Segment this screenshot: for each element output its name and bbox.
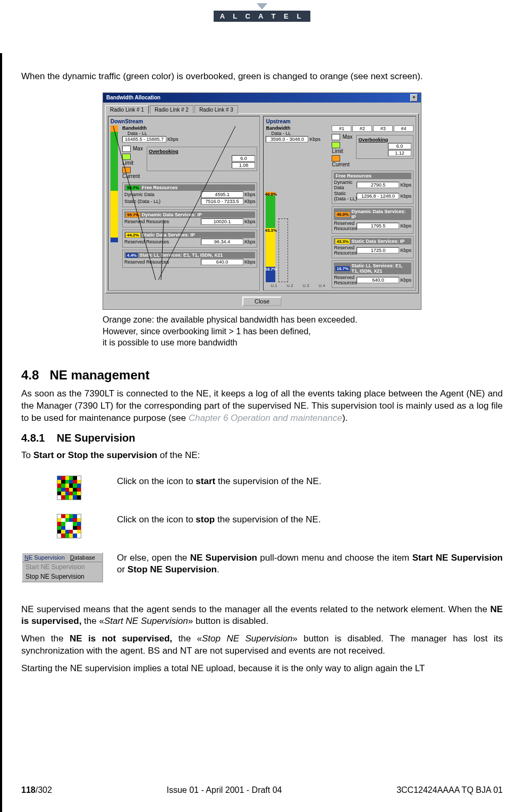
ds-sds-pct: 44.2% <box>126 233 140 238</box>
tab-panel: DownStream Bandwidth Data - LL 16485.5 -… <box>105 113 419 293</box>
sec-para-b: ). <box>342 413 348 423</box>
m-g: . <box>217 564 219 574</box>
m-c: pull-down menu and choose the item <box>257 553 412 563</box>
us-blue-pct: 16.7% <box>265 267 277 272</box>
ds-dyn-unit: Kbps <box>244 192 256 197</box>
ds-dds-val: 10020.1 <box>201 218 243 225</box>
p3c: the « <box>172 633 202 644</box>
ds-dds: 55.7%Dynamic Data Services: IP Reserved … <box>122 209 257 227</box>
us-ob-max: Max <box>342 134 352 140</box>
chapter-reference: Chapter 6 Operation and maintenance <box>189 413 342 423</box>
ds-static-label: Static (Data - LL) <box>124 199 201 204</box>
us-dds-label: Reserved Resources <box>334 221 357 231</box>
ds-sds: 44.2%Static Data Services: IP Reserved R… <box>122 230 257 248</box>
window-titlebar: Bandwidth Allocation × <box>103 93 421 103</box>
us-ob-limit-label: Limit <box>332 148 343 154</box>
p3a: When the <box>21 633 70 644</box>
close-button[interactable]: Close <box>242 297 282 306</box>
p3d: Stop NE Supervision <box>202 633 292 644</box>
us-sls-label: Reserved Resources <box>334 275 357 285</box>
ds-dds-title: Dynamic Data Services: IP <box>142 212 202 217</box>
brand-logo: A L C A T E L <box>21 0 503 22</box>
us-sds-val: 1725.0 <box>357 247 399 253</box>
window-title: Bandwidth Allocation <box>106 95 160 100</box>
logo-triangle-icon <box>257 3 267 10</box>
para-not-supervised: When the NE is not supervised, the «Stop… <box>21 633 503 657</box>
p3b: NE is not supervised, <box>70 633 172 644</box>
us-static-unit: Kbps <box>400 193 411 199</box>
section-heading: 4.8 NE management <box>21 368 503 383</box>
ds-unit: Kbps <box>167 137 179 142</box>
downstream-panel: DownStream Bandwidth Data - LL 16485.5 -… <box>108 116 260 291</box>
us-sls-pct: 16.7% <box>335 266 350 271</box>
us-ulabels: U.1 U.2 U.3 U.4 <box>266 283 329 288</box>
stop-icon-text: Click on the icon to stop the supervisio… <box>117 514 503 526</box>
upstream-title: Upstream <box>266 119 413 124</box>
ds-ob-current: 1.08 <box>232 162 255 168</box>
ds-sds-label: Reserved Resources <box>124 239 201 244</box>
ds-sls-label: Reserved Resources <box>124 259 201 265</box>
section-number: 4.8 <box>21 368 39 382</box>
us-dds-title: Dynamic Data Services: IP <box>351 209 410 219</box>
ds-ob-current-label: Current <box>122 173 140 179</box>
tab-radio-link-1[interactable]: Radio Link # 1 <box>105 105 149 114</box>
page-number: 118/302 <box>21 785 52 795</box>
i2a: Click on the icon to <box>117 514 196 525</box>
us-orange-pct: 43.3% <box>265 228 277 233</box>
menu-bar-database[interactable]: Database <box>70 554 95 561</box>
ss-post: of the NE: <box>157 450 200 460</box>
ds-sds-title: Static Data Services: IP <box>142 232 195 238</box>
ulabel-3: U.3 <box>302 283 309 288</box>
ds-bandwidth-label: Bandwidth <box>122 125 257 131</box>
us-header-row: #1 #2 #3 #4 <box>332 125 413 132</box>
start-stop-line: To Start or Stop the supervision of the … <box>21 450 503 462</box>
p2d: Start NE Supervision <box>104 616 188 626</box>
ds-static-unit: Kbps <box>244 199 256 204</box>
ds-data-value: 16485.5 - 15885.7 <box>122 136 166 142</box>
para-supervised: NE supervised means that the agent sends… <box>21 604 503 628</box>
p2a: NE supervised means that the agent sends… <box>21 604 490 614</box>
window-close-icon[interactable]: × <box>410 94 418 102</box>
us-hdr-1: #1 <box>332 125 351 132</box>
ss-pre: To <box>21 450 33 460</box>
ds-ob-limit-label: Limit <box>122 160 133 166</box>
m-d: Start NE Supervision <box>412 553 503 563</box>
page-total: /302 <box>36 785 52 794</box>
us-overbooking-title: Overbooking <box>358 137 411 142</box>
us-dds-unit: Kbps <box>400 223 411 229</box>
ds-dyn-label: Dynamic Data <box>124 192 201 197</box>
ds-sls: 4.4%Static LL Services: E1, T1, ISDN, X2… <box>122 250 257 268</box>
menu-instruction-text: Or else, open the NE Supervision pull-do… <box>117 552 503 577</box>
us-static-val: 1296.8 - 1248.0 <box>357 193 399 199</box>
us-ob-limit: 6.0 <box>388 143 411 149</box>
ds-static-val: 7516.0 - 7233.5 <box>201 198 243 205</box>
ds-sls-val: 640.0 <box>201 259 243 265</box>
i1b: start <box>196 476 215 486</box>
us-unit: Kbps <box>309 137 320 142</box>
us-data-value: 3598.0 - 3048.0 <box>266 136 308 142</box>
subsection-number: 4.8.1 <box>21 432 45 444</box>
us-sls-title: Static LL Services: E1, T1, ISDN, X21 <box>351 263 410 274</box>
menu-bar-ne-supervision[interactable]: NNE SupervisionE Supervision <box>24 554 65 561</box>
us-green-pct: 40.0% <box>265 192 277 197</box>
menu-item-stop[interactable]: Stop NE Supervision <box>22 572 102 581</box>
ds-ob-max: Max <box>133 146 143 151</box>
us-sds-unit: Kbps <box>400 248 411 253</box>
us-dyn-unit: Kbps <box>400 182 411 188</box>
us-sds: 43.3%Static Data Services: IP Reserved R… <box>332 236 413 258</box>
ds-dds-label: Reserved Resources <box>124 219 201 224</box>
bandwidth-allocation-figure: Bandwidth Allocation × Radio Link # 1 Ra… <box>103 92 421 349</box>
ds-free-resources: 55.7%Free Resources Dynamic Data4595.1Kb… <box>122 182 257 207</box>
ds-sls-title: Static LL Services: E1, T1, ISDN, X21 <box>139 252 223 258</box>
downstream-title: DownStream <box>111 119 257 124</box>
ds-sls-pct: 4.4% <box>126 253 138 258</box>
i1a: Click on the icon to <box>117 476 196 486</box>
tab-radio-link-3[interactable]: Radio Link # 3 <box>195 105 238 114</box>
ds-dyn-val: 4595.1 <box>201 191 243 198</box>
ds-overbooking-title: Overbooking <box>149 149 255 154</box>
tabs: Radio Link # 1 Radio Link # 2 Radio Link… <box>103 103 421 113</box>
us-static-label: Static (Data - LL) <box>334 191 357 201</box>
section-paragraph: As soon as the 7390LT is connected to th… <box>21 388 503 425</box>
us-hdr-3: #3 <box>373 125 393 132</box>
tab-radio-link-2[interactable]: Radio Link # 2 <box>150 105 193 114</box>
